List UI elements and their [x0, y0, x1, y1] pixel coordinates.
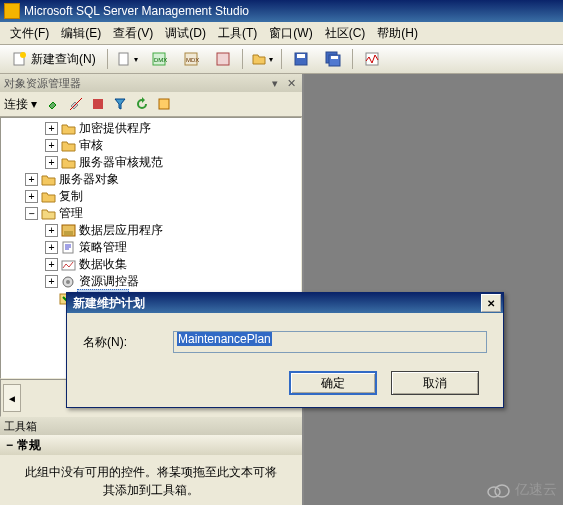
menu-help[interactable]: 帮助(H) — [371, 23, 424, 44]
menu-debug[interactable]: 调试(D) — [159, 23, 212, 44]
activity-monitor-button[interactable] — [357, 47, 387, 71]
expander-icon[interactable]: + — [45, 241, 58, 254]
tree-node[interactable]: +数据收集 — [1, 256, 301, 273]
filter-button[interactable] — [110, 94, 130, 114]
mdx-button[interactable]: MDX — [176, 47, 206, 71]
open-button[interactable]: ▾ — [247, 47, 277, 71]
menu-file[interactable]: 文件(F) — [4, 23, 55, 44]
save-icon — [293, 51, 309, 67]
menu-view[interactable]: 查看(V) — [107, 23, 159, 44]
node-label: 数据收集 — [79, 256, 127, 273]
dialog-titlebar[interactable]: 新建维护计划 ✕ — [67, 293, 503, 313]
stop-icon — [91, 97, 105, 111]
datatier-icon — [61, 224, 76, 237]
dropdown-icon: ▾ — [134, 55, 138, 64]
menu-tools[interactable]: 工具(T) — [212, 23, 263, 44]
mdi-area — [304, 74, 563, 505]
separator — [281, 49, 282, 69]
new-query-icon — [12, 51, 28, 67]
save-button[interactable] — [286, 47, 316, 71]
toolbox-empty-message: 此组中没有可用的控件。将某项拖至此文本可将 其添加到工具箱。 — [0, 455, 302, 505]
separator — [107, 49, 108, 69]
expander-icon: − — [6, 438, 13, 452]
tree-node[interactable]: +数据层应用程序 — [1, 222, 301, 239]
governor-icon — [61, 275, 76, 288]
xmla-button[interactable] — [208, 47, 238, 71]
report-icon — [157, 97, 171, 111]
tree-node[interactable]: +加密提供程序 — [1, 120, 301, 137]
stop-button[interactable] — [88, 94, 108, 114]
connect-label[interactable]: 连接 ▾ — [4, 96, 37, 113]
node-label: 资源调控器 — [79, 273, 139, 290]
expander-icon[interactable]: + — [45, 156, 58, 169]
dialog-close-button[interactable]: ✕ — [481, 294, 501, 312]
expander-icon[interactable]: + — [45, 275, 58, 288]
xmla-icon — [215, 51, 231, 67]
svg-rect-16 — [159, 99, 169, 109]
watermark: 亿速云 — [485, 481, 557, 499]
watermark-text: 亿速云 — [515, 481, 557, 499]
activity-icon — [364, 51, 380, 67]
folder-icon — [41, 190, 56, 203]
folder-icon — [41, 173, 56, 186]
tree-node[interactable]: +策略管理 — [1, 239, 301, 256]
plug-icon — [46, 96, 62, 112]
svg-rect-15 — [93, 99, 103, 109]
ok-button[interactable]: 确定 — [289, 371, 377, 395]
close-icon[interactable]: ✕ — [284, 76, 298, 90]
toolbox-group-header[interactable]: − 常规 — [0, 435, 302, 455]
svg-point-25 — [495, 485, 509, 497]
name-label: 名称(N): — [83, 334, 173, 351]
menu-window[interactable]: 窗口(W) — [263, 23, 318, 44]
cancel-button[interactable]: 取消 — [391, 371, 479, 395]
tree-node[interactable]: +审核 — [1, 137, 301, 154]
node-label: 服务器审核规范 — [79, 154, 163, 171]
expander-icon[interactable]: + — [25, 173, 38, 186]
refresh-button[interactable] — [132, 94, 152, 114]
expander-icon[interactable]: − — [25, 207, 38, 220]
name-input[interactable]: MaintenancePlan — [173, 331, 487, 353]
mdx-icon: MDX — [183, 51, 199, 67]
tree-node[interactable]: +复制 — [1, 188, 301, 205]
tree-node[interactable]: −管理 — [1, 205, 301, 222]
tree-node[interactable]: +资源调控器 — [1, 273, 301, 290]
menubar: 文件(F) 编辑(E) 查看(V) 调试(D) 工具(T) 窗口(W) 社区(C… — [0, 22, 563, 45]
expander-icon[interactable]: + — [45, 224, 58, 237]
toolbox-header: 工具箱 — [0, 417, 302, 435]
svg-rect-2 — [119, 53, 128, 65]
connect-button[interactable] — [44, 94, 64, 114]
dmx-button[interactable]: DMX — [144, 47, 174, 71]
new-query-button[interactable]: 新建查询(N) — [5, 47, 103, 71]
left-arrow-button[interactable]: ◄ — [3, 384, 21, 412]
menu-edit[interactable]: 编辑(E) — [55, 23, 107, 44]
expander-icon[interactable]: + — [45, 258, 58, 271]
tree-node[interactable]: +服务器对象 — [1, 171, 301, 188]
save-all-button[interactable] — [318, 47, 348, 71]
new-project-button[interactable]: ▾ — [112, 47, 142, 71]
report-button[interactable] — [154, 94, 174, 114]
menu-community[interactable]: 社区(C) — [319, 23, 372, 44]
toolbox-empty-line1: 此组中没有可用的控件。将某项拖至此文本可将 — [25, 465, 277, 479]
object-explorer-panel: 对象资源管理器 ▾ ✕ 连接 ▾ +加密提供程序 +审核 +服务器审核规范 +服 — [0, 74, 304, 505]
app-icon — [4, 3, 20, 19]
folder-icon — [61, 156, 76, 169]
toolbar: 新建查询(N) ▾ DMX MDX ▾ — [0, 45, 563, 74]
folder-open-icon — [41, 207, 56, 220]
disconnect-button[interactable] — [66, 94, 86, 114]
node-label: 服务器对象 — [59, 171, 119, 188]
node-label: 审核 — [79, 137, 103, 154]
expander-icon[interactable]: + — [45, 139, 58, 152]
tree-node[interactable]: +服务器审核规范 — [1, 154, 301, 171]
object-explorer-header: 对象资源管理器 ▾ ✕ — [0, 74, 302, 92]
node-label: 策略管理 — [79, 239, 127, 256]
toolbox-empty-line2: 其添加到工具箱。 — [103, 483, 199, 497]
dropdown-icon[interactable]: ▾ — [268, 76, 282, 90]
toolbox-group-label: 常规 — [17, 437, 41, 454]
svg-rect-18 — [64, 231, 73, 235]
name-value: MaintenancePlan — [177, 332, 272, 346]
svg-text:MDX: MDX — [186, 57, 199, 63]
svg-point-22 — [66, 280, 70, 284]
titlebar: Microsoft SQL Server Management Studio — [0, 0, 563, 22]
expander-icon[interactable]: + — [25, 190, 38, 203]
expander-icon[interactable]: + — [45, 122, 58, 135]
